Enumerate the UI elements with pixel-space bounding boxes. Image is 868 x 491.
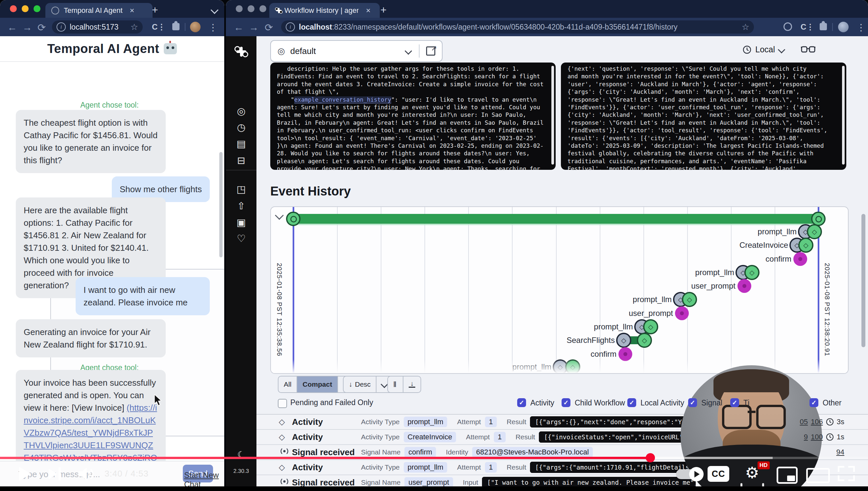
event-duration: 1s xyxy=(837,433,844,441)
signal-marker-icon[interactable] xyxy=(618,347,632,361)
minimize-window-button[interactable] xyxy=(248,5,254,12)
sidebar-item-archive-icon[interactable]: ⊟ xyxy=(226,155,256,166)
workflow-span-bar[interactable] xyxy=(293,214,818,224)
password-manager-icon[interactable] xyxy=(783,22,792,31)
next-button[interactable] xyxy=(49,469,57,479)
timeline-gridline xyxy=(556,207,557,373)
sort-desc-button[interactable]: ↓Desc xyxy=(344,376,376,392)
extension-c-icon[interactable]: C⋮ xyxy=(152,22,165,32)
back-icon[interactable]: ← xyxy=(234,22,244,33)
sidebar-item-deployments-icon[interactable]: ◳ xyxy=(226,183,256,195)
chat-app-header: Temporal AI Agent xyxy=(0,36,224,62)
tab-temporal-ai-agent[interactable]: Temporal AI Agent × xyxy=(45,3,153,18)
fullscreen-button[interactable] xyxy=(838,466,855,481)
download-button[interactable]: ↓ xyxy=(403,376,421,392)
sidebar-item-import-icon[interactable]: ⇧ xyxy=(226,200,256,211)
zoom-window-button[interactable] xyxy=(259,5,266,12)
sidebar-item-heart-icon[interactable]: ♡ xyxy=(226,233,256,244)
address-bar[interactable]: i localhost:5173 ☆ xyxy=(52,21,143,34)
view-tab-all[interactable]: All xyxy=(278,376,297,392)
window-controls[interactable] xyxy=(236,5,266,12)
tab-search-chevron-icon[interactable] xyxy=(210,6,218,14)
pending-failed-checkbox[interactable] xyxy=(278,399,287,408)
chevron-down-icon xyxy=(405,48,412,55)
labs-glasses-icon[interactable] xyxy=(801,45,815,55)
namespace-select[interactable]: ◎ default ↗ xyxy=(270,40,442,62)
activity-completed-marker-icon[interactable]: ◇ xyxy=(637,333,652,348)
bookmark-star-icon[interactable]: ☆ xyxy=(742,22,749,32)
new-tab-button[interactable]: + xyxy=(380,4,386,16)
panel-scrollbar[interactable] xyxy=(551,66,554,165)
back-icon[interactable]: ← xyxy=(7,22,17,33)
workflow-result-json[interactable]: {'next': 'question', 'response': \"Sure!… xyxy=(561,62,846,170)
filter-checkbox-ti[interactable]: ✓ xyxy=(730,398,739,407)
activity-completed-marker-icon[interactable]: ◇ xyxy=(682,292,697,307)
chat-scrollbar[interactable] xyxy=(219,152,223,257)
sidebar-item-eye-icon[interactable]: ◎ xyxy=(226,105,256,117)
extensions-puzzle-icon[interactable] xyxy=(172,23,180,30)
filter-checkbox-other[interactable]: ✓ xyxy=(809,398,818,407)
reload-icon[interactable]: ⟳ xyxy=(265,22,273,33)
collapse-chevron-icon[interactable] xyxy=(275,211,284,220)
activity-completed-marker-icon[interactable]: ◇ xyxy=(807,224,822,239)
close-window-button[interactable] xyxy=(236,5,243,12)
filter-checkbox-local-activity[interactable]: ✓ xyxy=(627,398,636,407)
new-tab-button[interactable]: + xyxy=(152,4,158,16)
event-id-link[interactable]: 106 xyxy=(811,417,823,426)
code-line: tell me which city and month you're inte… xyxy=(277,111,547,119)
close-tab-icon[interactable]: × xyxy=(130,6,134,15)
signal-marker-icon[interactable] xyxy=(738,279,751,293)
workflow-input-json[interactable]: description: Help the user gather args f… xyxy=(270,62,556,170)
theater-mode-button[interactable] xyxy=(806,468,830,483)
extension-c-icon[interactable]: C⋮ xyxy=(801,22,814,32)
extensions-puzzle-icon[interactable] xyxy=(820,23,827,30)
robot-emoji-icon xyxy=(164,43,177,54)
filter-checkbox-activity[interactable]: ✓ xyxy=(517,398,526,407)
miniplayer-button[interactable] xyxy=(777,467,798,484)
activity-completed-marker-icon[interactable]: ◇ xyxy=(643,319,658,334)
settings-gear-icon[interactable]: ⚙ xyxy=(745,463,759,482)
play-button[interactable] xyxy=(19,467,31,481)
timezone-select[interactable]: Local xyxy=(743,45,784,54)
forward-icon[interactable]: → xyxy=(249,22,259,33)
activity-scheduled-marker-icon[interactable]: ◇ xyxy=(616,333,631,348)
profile-avatar[interactable] xyxy=(838,22,848,32)
minimize-window-button[interactable] xyxy=(22,5,29,12)
signal-marker-icon[interactable] xyxy=(675,307,689,320)
profile-avatar[interactable] xyxy=(190,22,200,32)
sidebar-item-feedback-icon[interactable]: ▣ xyxy=(226,216,256,228)
temporal-logo-icon[interactable] xyxy=(226,46,256,60)
reload-icon[interactable]: ⟳ xyxy=(37,22,46,33)
zoom-window-button[interactable] xyxy=(34,5,40,12)
close-tab-icon[interactable]: × xyxy=(366,6,371,15)
tab-workflow-history[interactable]: Workflow History | agent-wor × xyxy=(269,3,380,18)
sidebar-item-schedules-icon[interactable]: ◷ xyxy=(226,121,256,133)
activity-completed-marker-icon[interactable]: ◇ xyxy=(798,238,813,253)
address-bar[interactable]: i localhost:8233/namespaces/default/work… xyxy=(281,21,754,34)
signal-marker-icon[interactable] xyxy=(794,252,807,266)
site-info-icon[interactable]: i xyxy=(286,22,295,32)
captions-button[interactable]: CC xyxy=(708,466,729,482)
browser-menu-icon[interactable]: ⋮ xyxy=(857,22,866,33)
window-controls[interactable] xyxy=(10,5,40,12)
sidebar-item-stack-icon[interactable]: ▤ xyxy=(226,138,256,149)
event-id-link[interactable]: 100 xyxy=(811,433,823,441)
bookmark-star-icon[interactable]: ☆ xyxy=(130,22,138,32)
activity-completed-marker-icon[interactable]: ◇ xyxy=(744,265,760,280)
site-info-icon[interactable]: i xyxy=(57,22,66,32)
browser-menu-icon[interactable]: ⋮ xyxy=(209,22,218,33)
workflow-start-marker[interactable] xyxy=(286,211,301,226)
page-scrollbar[interactable] xyxy=(861,214,865,347)
pause-button[interactable]: ‖ xyxy=(388,376,403,392)
filter-checkbox-child-workflow[interactable]: ✓ xyxy=(562,398,570,407)
filter-checkbox-signal[interactable]: ✓ xyxy=(688,398,697,407)
event-history-timeline[interactable]: prompt_llm◇◇CreateInvoice◇◇confirmprompt… xyxy=(270,206,848,374)
view-tab-compact[interactable]: Compact xyxy=(297,376,337,392)
volume-icon[interactable] xyxy=(78,467,95,481)
close-window-button[interactable] xyxy=(10,5,17,12)
event-id-link[interactable]: 94 xyxy=(836,448,844,457)
video-progress-bar[interactable] xyxy=(0,457,868,459)
panel-scrollbar[interactable] xyxy=(842,66,845,165)
open-namespace-icon[interactable]: ↗ xyxy=(426,47,435,56)
forward-icon[interactable]: → xyxy=(22,22,32,33)
